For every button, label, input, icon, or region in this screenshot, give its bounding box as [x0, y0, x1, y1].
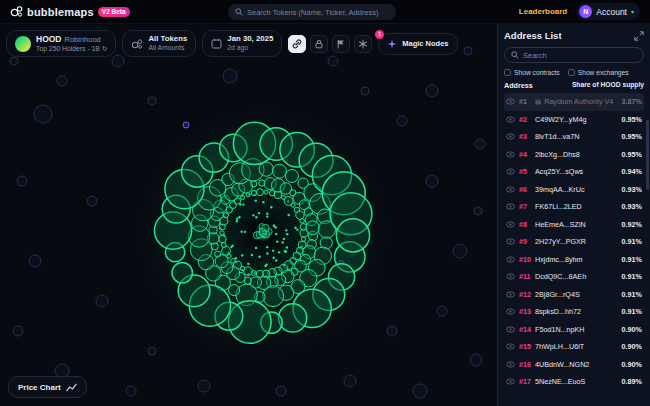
token-symbol: HOOD	[36, 34, 62, 44]
bubble-map-area[interactable]: HOODRobinhood Top 250 Holders - 1B ↻ All…	[0, 24, 497, 406]
address-label: 4UBdnW...NGN2	[535, 360, 619, 369]
bubbles-icon	[131, 38, 143, 50]
address-row[interactable]: #1 ▤ Raydium Authority V4 3.87%	[504, 93, 644, 111]
address-label: DcdQ9C...8AEh	[535, 272, 619, 281]
search-icon	[511, 51, 519, 59]
eye-icon[interactable]	[506, 151, 516, 158]
chevron-down-icon: ▾	[631, 8, 634, 15]
lock-button[interactable]	[310, 35, 328, 53]
address-row[interactable]: #2 C49W2Y...yM4g 0.95%	[504, 111, 644, 129]
address-share: 0.90%	[622, 342, 642, 351]
address-share: 0.89%	[622, 377, 642, 386]
address-row[interactable]: #13 8spksD...hh72 0.91%	[504, 303, 644, 321]
address-row[interactable]: #3 8ivT1d...va7N 0.95%	[504, 128, 644, 146]
eye-icon[interactable]	[506, 308, 516, 315]
address-row[interactable]: #7 FK67Li...2LED 0.93%	[504, 198, 644, 216]
address-row[interactable]: #12 2Bj8Gr...rQ4S 0.91%	[504, 286, 644, 304]
expand-icon[interactable]	[634, 31, 644, 41]
address-row[interactable]: #15 7hWpLH...U6iT 0.90%	[504, 338, 644, 356]
address-label: C49W2Y...yM4g	[535, 115, 619, 124]
date-subtitle: 2d ago	[227, 44, 273, 52]
eye-icon[interactable]	[506, 116, 516, 123]
share-link-button[interactable]	[288, 35, 306, 53]
address-label: Hxjdmc...8yhm	[535, 255, 619, 264]
address-label: F5od1N...npKH	[535, 325, 619, 334]
address-rank: #13	[519, 307, 532, 316]
address-row[interactable]: #9 2H27yY...PGXR 0.91%	[504, 233, 644, 251]
eye-icon[interactable]	[506, 291, 516, 298]
map-tools	[288, 35, 372, 53]
magic-nodes-label: Magic Nodes	[402, 39, 448, 48]
show-contracts-checkbox[interactable]: Show contracts	[504, 69, 560, 76]
address-share: 0.93%	[622, 202, 642, 211]
address-label: 8ivT1d...va7N	[535, 132, 619, 141]
eye-icon[interactable]	[506, 168, 516, 175]
address-rank: #1	[519, 97, 532, 106]
eye-icon[interactable]	[506, 256, 516, 263]
show-exchanges-checkbox[interactable]: Show exchanges	[568, 69, 629, 76]
address-share: 3.87%	[622, 97, 642, 106]
address-search-placeholder: Search	[523, 51, 547, 60]
sparkle-icon	[387, 39, 397, 49]
logo[interactable]: bubblemaps V2 Beta	[10, 5, 130, 18]
eye-icon[interactable]	[506, 378, 516, 385]
flag-icon	[336, 39, 346, 49]
scope-chip[interactable]: All Tokens All Amounts	[122, 30, 196, 57]
checkbox	[504, 69, 511, 76]
token-chip[interactable]: HOODRobinhood Top 250 Holders - 1B ↻	[6, 30, 116, 57]
eye-icon[interactable]	[506, 98, 516, 105]
scrollbar[interactable]	[646, 120, 649, 190]
address-rank: #9	[519, 237, 532, 246]
eye-icon[interactable]	[506, 221, 516, 228]
address-list-panel: Address List Search Show contracts Show …	[497, 24, 650, 406]
address-row[interactable]: #16 4UBdnW...NGN2 0.90%	[504, 356, 644, 374]
account-button[interactable]: N Account ▾	[576, 3, 640, 20]
address-share: 0.95%	[622, 115, 642, 124]
link-icon	[292, 39, 302, 49]
address-rank: #4	[519, 150, 532, 159]
column-share: Share of HOOD supply	[572, 81, 644, 90]
address-share: 0.94%	[622, 167, 642, 176]
contract-icon: ▤	[535, 98, 541, 106]
chart-line-icon	[66, 383, 77, 392]
address-search-input[interactable]: Search	[504, 47, 644, 63]
column-address: Address	[504, 81, 533, 90]
refresh-icon: ↻	[102, 45, 108, 52]
eye-icon[interactable]	[506, 343, 516, 350]
address-row[interactable]: #17 5NezNE...EuoS 0.89%	[504, 373, 644, 391]
eye-icon[interactable]	[506, 238, 516, 245]
eye-icon[interactable]	[506, 203, 516, 210]
address-rank: #3	[519, 132, 532, 141]
bubble-map-canvas[interactable]	[0, 24, 497, 406]
eye-icon[interactable]	[506, 326, 516, 333]
address-share: 0.91%	[622, 307, 642, 316]
token-search[interactable]: Search Tokens (Name, Ticker, Address)	[228, 4, 396, 20]
address-label: 8spksD...hh72	[535, 307, 619, 316]
eye-icon[interactable]	[506, 186, 516, 193]
flag-button[interactable]	[332, 35, 350, 53]
address-share: 0.95%	[622, 150, 642, 159]
price-chart-label: Price Chart	[18, 383, 61, 392]
address-share: 0.90%	[622, 325, 642, 334]
magic-nodes-button[interactable]: 1 Magic Nodes	[378, 33, 457, 55]
beta-badge: V2 Beta	[98, 7, 130, 17]
address-row[interactable]: #10 Hxjdmc...8yhm 0.91%	[504, 251, 644, 269]
address-label: 5NezNE...EuoS	[535, 377, 619, 386]
date-chip[interactable]: Jan 30, 2025 2d ago	[202, 30, 282, 57]
eye-icon[interactable]	[506, 273, 516, 280]
address-row[interactable]: #8 HeEmeA...SZiN 0.92%	[504, 216, 644, 234]
address-row[interactable]: #4 2ibcXg...Dhs8 0.95%	[504, 146, 644, 164]
address-row[interactable]: #11 DcdQ9C...8AEh 0.91%	[504, 268, 644, 286]
price-chart-button[interactable]: Price Chart	[8, 376, 87, 398]
date-title: Jan 30, 2025	[227, 34, 273, 44]
settings-button[interactable]	[354, 35, 372, 53]
address-row[interactable]: #14 F5od1N...npKH 0.90%	[504, 321, 644, 339]
eye-icon[interactable]	[506, 133, 516, 140]
address-share: 0.91%	[622, 237, 642, 246]
address-row[interactable]: #5 Acq25Y...sQws 0.94%	[504, 163, 644, 181]
filter-label: Show exchanges	[578, 69, 629, 76]
address-label: 39mqAA...KrUc	[535, 185, 619, 194]
eye-icon[interactable]	[506, 361, 516, 368]
leaderboard-link[interactable]: Leaderboard	[519, 7, 567, 16]
address-row[interactable]: #6 39mqAA...KrUc 0.93%	[504, 181, 644, 199]
